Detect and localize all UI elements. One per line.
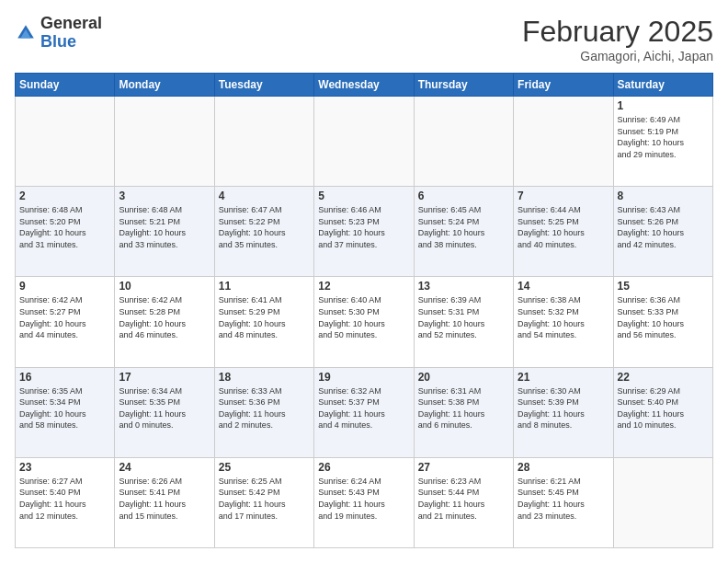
logo-blue-text: Blue	[40, 32, 76, 51]
day-number: 25	[219, 461, 310, 474]
day-header-thursday: Thursday	[414, 74, 513, 97]
day-number: 13	[418, 280, 509, 293]
day-info: Sunrise: 6:29 AM Sunset: 5:40 PM Dayligh…	[618, 385, 709, 431]
calendar-day: 2Sunrise: 6:48 AM Sunset: 5:20 PM Daylig…	[16, 187, 115, 277]
day-number: 10	[119, 280, 210, 293]
day-number: 4	[219, 190, 310, 202]
calendar-day: 4Sunrise: 6:47 AM Sunset: 5:22 PM Daylig…	[214, 187, 313, 277]
logo: General Blue	[15, 15, 102, 52]
day-info: Sunrise: 6:34 AM Sunset: 5:35 PM Dayligh…	[119, 385, 210, 431]
day-info: Sunrise: 6:46 AM Sunset: 5:23 PM Dayligh…	[318, 204, 409, 250]
day-info: Sunrise: 6:43 AM Sunset: 5:26 PM Dayligh…	[618, 204, 709, 250]
day-header-tuesday: Tuesday	[214, 74, 313, 97]
day-info: Sunrise: 6:21 AM Sunset: 5:45 PM Dayligh…	[518, 476, 609, 522]
calendar-day: 23Sunrise: 6:27 AM Sunset: 5:40 PM Dayli…	[16, 457, 115, 547]
calendar-day: 18Sunrise: 6:33 AM Sunset: 5:36 PM Dayli…	[214, 367, 313, 457]
day-number: 28	[518, 461, 609, 474]
day-number: 23	[19, 461, 110, 474]
day-info: Sunrise: 6:36 AM Sunset: 5:33 PM Dayligh…	[618, 294, 709, 340]
day-info: Sunrise: 6:31 AM Sunset: 5:38 PM Dayligh…	[418, 385, 509, 431]
calendar-day: 16Sunrise: 6:35 AM Sunset: 5:34 PM Dayli…	[16, 367, 115, 457]
day-info: Sunrise: 6:25 AM Sunset: 5:42 PM Dayligh…	[219, 476, 310, 522]
day-info: Sunrise: 6:39 AM Sunset: 5:31 PM Dayligh…	[418, 294, 509, 340]
calendar-day: 11Sunrise: 6:41 AM Sunset: 5:29 PM Dayli…	[214, 277, 313, 367]
day-number: 20	[418, 371, 509, 384]
calendar-day: 21Sunrise: 6:30 AM Sunset: 5:39 PM Dayli…	[514, 367, 613, 457]
day-number: 19	[318, 371, 409, 384]
calendar-day: 17Sunrise: 6:34 AM Sunset: 5:35 PM Dayli…	[115, 367, 214, 457]
day-number: 6	[418, 190, 509, 202]
day-info: Sunrise: 6:35 AM Sunset: 5:34 PM Dayligh…	[19, 385, 110, 431]
day-info: Sunrise: 6:26 AM Sunset: 5:41 PM Dayligh…	[119, 476, 210, 522]
day-info: Sunrise: 6:41 AM Sunset: 5:29 PM Dayligh…	[219, 294, 310, 340]
calendar-day: 26Sunrise: 6:24 AM Sunset: 5:43 PM Dayli…	[314, 457, 414, 547]
day-number: 27	[418, 461, 509, 474]
day-number: 17	[119, 371, 210, 384]
calendar-table: SundayMondayTuesdayWednesdayThursdayFrid…	[15, 73, 713, 548]
calendar-day: 14Sunrise: 6:38 AM Sunset: 5:32 PM Dayli…	[514, 277, 613, 367]
calendar-day	[314, 97, 414, 187]
day-info: Sunrise: 6:42 AM Sunset: 5:28 PM Dayligh…	[119, 294, 210, 340]
day-info: Sunrise: 6:48 AM Sunset: 5:20 PM Dayligh…	[19, 204, 110, 250]
day-info: Sunrise: 6:30 AM Sunset: 5:39 PM Dayligh…	[518, 385, 609, 431]
day-number: 2	[19, 190, 110, 202]
day-number: 7	[518, 190, 609, 202]
day-number: 5	[318, 190, 409, 202]
calendar-day: 24Sunrise: 6:26 AM Sunset: 5:41 PM Dayli…	[115, 457, 214, 547]
calendar-day: 25Sunrise: 6:25 AM Sunset: 5:42 PM Dayli…	[214, 457, 313, 547]
day-info: Sunrise: 6:47 AM Sunset: 5:22 PM Dayligh…	[219, 204, 310, 250]
day-info: Sunrise: 6:42 AM Sunset: 5:27 PM Dayligh…	[19, 294, 110, 340]
calendar-week-5: 23Sunrise: 6:27 AM Sunset: 5:40 PM Dayli…	[16, 457, 713, 547]
day-header-saturday: Saturday	[613, 74, 712, 97]
calendar-week-1: 1Sunrise: 6:49 AM Sunset: 5:19 PM Daylig…	[16, 97, 713, 187]
calendar-day: 6Sunrise: 6:45 AM Sunset: 5:24 PM Daylig…	[414, 187, 513, 277]
day-header-monday: Monday	[115, 74, 214, 97]
day-info: Sunrise: 6:32 AM Sunset: 5:37 PM Dayligh…	[318, 385, 409, 431]
calendar-day: 12Sunrise: 6:40 AM Sunset: 5:30 PM Dayli…	[314, 277, 414, 367]
calendar-day: 9Sunrise: 6:42 AM Sunset: 5:27 PM Daylig…	[16, 277, 115, 367]
day-header-friday: Friday	[514, 74, 613, 97]
calendar-day: 15Sunrise: 6:36 AM Sunset: 5:33 PM Dayli…	[613, 277, 712, 367]
day-number: 8	[618, 190, 709, 202]
header: General Blue February 2025 Gamagori, Aic…	[15, 15, 713, 63]
calendar-week-4: 16Sunrise: 6:35 AM Sunset: 5:34 PM Dayli…	[16, 367, 713, 457]
day-number: 11	[219, 280, 310, 293]
day-info: Sunrise: 6:24 AM Sunset: 5:43 PM Dayligh…	[318, 476, 409, 522]
day-info: Sunrise: 6:23 AM Sunset: 5:44 PM Dayligh…	[418, 476, 509, 522]
day-number: 14	[518, 280, 609, 293]
calendar-day	[16, 97, 115, 187]
calendar-header-row: SundayMondayTuesdayWednesdayThursdayFrid…	[16, 74, 713, 97]
day-info: Sunrise: 6:27 AM Sunset: 5:40 PM Dayligh…	[19, 476, 110, 522]
day-info: Sunrise: 6:49 AM Sunset: 5:19 PM Dayligh…	[618, 114, 709, 160]
page: General Blue February 2025 Gamagori, Aic…	[0, 0, 728, 563]
logo-general-text: General	[40, 14, 102, 32]
month-title: February 2025	[522, 15, 713, 49]
day-info: Sunrise: 6:40 AM Sunset: 5:30 PM Dayligh…	[318, 294, 409, 340]
calendar-day: 7Sunrise: 6:44 AM Sunset: 5:25 PM Daylig…	[514, 187, 613, 277]
calendar-day	[414, 97, 513, 187]
calendar-day: 10Sunrise: 6:42 AM Sunset: 5:28 PM Dayli…	[115, 277, 214, 367]
day-number: 1	[618, 99, 709, 112]
day-info: Sunrise: 6:33 AM Sunset: 5:36 PM Dayligh…	[219, 385, 310, 431]
calendar-day	[613, 457, 712, 547]
calendar-day: 3Sunrise: 6:48 AM Sunset: 5:21 PM Daylig…	[115, 187, 214, 277]
calendar-day: 1Sunrise: 6:49 AM Sunset: 5:19 PM Daylig…	[613, 97, 712, 187]
calendar-week-3: 9Sunrise: 6:42 AM Sunset: 5:27 PM Daylig…	[16, 277, 713, 367]
day-header-sunday: Sunday	[16, 74, 115, 97]
calendar-day: 5Sunrise: 6:46 AM Sunset: 5:23 PM Daylig…	[314, 187, 414, 277]
day-number: 9	[19, 280, 110, 293]
title-block: February 2025 Gamagori, Aichi, Japan	[522, 15, 713, 63]
logo-icon	[15, 22, 37, 44]
day-info: Sunrise: 6:44 AM Sunset: 5:25 PM Dayligh…	[518, 204, 609, 250]
day-info: Sunrise: 6:48 AM Sunset: 5:21 PM Dayligh…	[119, 204, 210, 250]
day-number: 15	[618, 280, 709, 293]
day-number: 12	[318, 280, 409, 293]
day-number: 24	[119, 461, 210, 474]
day-info: Sunrise: 6:38 AM Sunset: 5:32 PM Dayligh…	[518, 294, 609, 340]
calendar-week-2: 2Sunrise: 6:48 AM Sunset: 5:20 PM Daylig…	[16, 187, 713, 277]
calendar-day: 27Sunrise: 6:23 AM Sunset: 5:44 PM Dayli…	[414, 457, 513, 547]
calendar-day: 19Sunrise: 6:32 AM Sunset: 5:37 PM Dayli…	[314, 367, 414, 457]
calendar-day: 20Sunrise: 6:31 AM Sunset: 5:38 PM Dayli…	[414, 367, 513, 457]
day-info: Sunrise: 6:45 AM Sunset: 5:24 PM Dayligh…	[418, 204, 509, 250]
day-number: 3	[119, 190, 210, 202]
